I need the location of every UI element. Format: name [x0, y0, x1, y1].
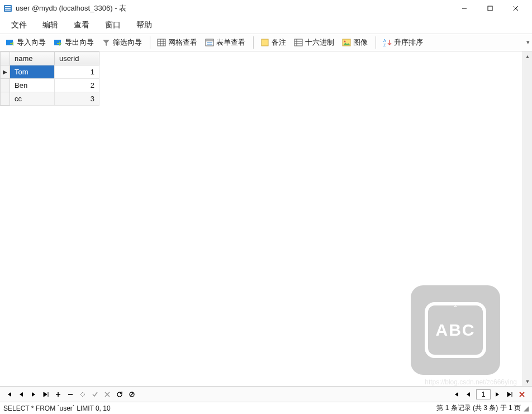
column-header-userid[interactable]: userid [55, 52, 99, 65]
filter-wizard-label: 筛选向导 [113, 37, 142, 48]
delete-record-button[interactable] [65, 389, 76, 400]
menu-window[interactable]: 窗口 [97, 18, 129, 32]
table-row[interactable]: cc 3 [1, 92, 99, 106]
toolbar: 导入向导 导出向导 筛选向导 网格查看 表单查看 备注 十六进制 图像 AZ 升… [0, 34, 532, 51]
record-navbar [0, 386, 532, 402]
export-wizard-button[interactable]: 导出向导 [50, 36, 97, 49]
column-header-name[interactable]: name [10, 52, 55, 65]
row-indicator: ▶ [1, 65, 10, 79]
row-indicator [1, 92, 10, 106]
vertical-scrollbar[interactable]: ▲ ▼ [522, 51, 532, 386]
cell-name[interactable]: Ben [10, 79, 55, 92]
filter-wizard-button[interactable]: 筛选向导 [98, 36, 145, 49]
svg-rect-5 [488, 6, 492, 11]
toolbar-overflow-button[interactable]: ▾ [526, 39, 530, 46]
statusbar: SELECT * FROM `user` LIMIT 0, 10 第 1 条记录… [0, 402, 532, 414]
scroll-track[interactable] [523, 61, 532, 377]
table-row[interactable]: ▶ Tom 1 [1, 65, 99, 79]
svg-rect-19 [262, 39, 268, 46]
form-view-icon [205, 38, 214, 47]
table-row[interactable]: Ben 2 [1, 79, 99, 92]
memo-button[interactable]: 备注 [257, 36, 289, 49]
watermark-text: https://blog.csdn.net/zc666ying [425, 378, 517, 386]
menubar: 文件 编辑 查看 窗口 帮助 [0, 17, 532, 34]
svg-rect-10 [158, 39, 165, 46]
import-wizard-button[interactable]: 导入向导 [2, 36, 49, 49]
status-query: SELECT * FROM `user` LIMIT 0, 10 [3, 404, 436, 412]
hex-label: 十六进制 [305, 37, 334, 48]
main-area: name userid ▶ Tom 1 Ben 2 cc 3 [0, 51, 532, 386]
image-button[interactable]: 图像 [339, 36, 371, 49]
svg-text:Z: Z [383, 43, 386, 47]
form-view-button[interactable]: 表单查看 [202, 36, 249, 49]
svg-rect-3 [5, 10, 11, 11]
menu-edit[interactable]: 编辑 [35, 18, 66, 32]
apply-changes-button[interactable] [89, 389, 101, 400]
import-wizard-icon [6, 38, 15, 47]
close-button[interactable] [503, 0, 529, 17]
cancel-changes-button[interactable] [102, 389, 113, 400]
menu-file[interactable]: 文件 [3, 18, 35, 32]
import-wizard-label: 导入向导 [17, 37, 46, 48]
export-wizard-icon [54, 38, 63, 47]
last-record-button[interactable] [40, 389, 51, 400]
sort-asc-button[interactable]: AZ 升序排序 [379, 36, 426, 49]
app-icon [3, 4, 12, 13]
toolbar-separator [376, 36, 376, 49]
hex-button[interactable]: 十六进制 [291, 36, 338, 49]
svg-rect-1 [5, 6, 11, 7]
toolbar-separator [253, 36, 254, 49]
maximize-button[interactable] [477, 0, 503, 17]
hex-icon [294, 38, 303, 47]
status-record-info: 第 1 条记录 (共 3 条) 于 1 页 [436, 403, 521, 413]
resize-grip[interactable]: ◢ [521, 404, 529, 412]
grid-view-button[interactable]: 网格查看 [154, 36, 201, 49]
sort-asc-label: 升序排序 [394, 37, 423, 48]
image-icon [342, 38, 351, 47]
stop-button[interactable] [126, 389, 137, 400]
svg-line-29 [130, 393, 134, 396]
record-nav-group [3, 389, 139, 400]
svg-point-25 [344, 41, 346, 43]
toolbar-separator [150, 36, 150, 49]
edit-record-button[interactable] [77, 389, 88, 400]
sort-asc-icon: AZ [383, 38, 392, 47]
refresh-button[interactable] [114, 389, 125, 400]
form-view-label: 表单查看 [216, 37, 245, 48]
prev-record-button[interactable] [16, 389, 27, 400]
cell-userid[interactable]: 3 [55, 92, 99, 106]
close-tab-button[interactable] [516, 389, 528, 400]
next-record-button[interactable] [28, 389, 39, 400]
svg-text:A: A [383, 39, 386, 43]
grid-view-label: 网格查看 [168, 37, 197, 48]
minimize-button[interactable] [452, 0, 477, 17]
svg-rect-8 [6, 40, 13, 45]
ime-caret-icon: ˆ [454, 304, 457, 316]
first-page-button[interactable] [450, 389, 462, 400]
grid-view-icon [157, 38, 166, 47]
scroll-down-button[interactable]: ▼ [523, 377, 532, 386]
prev-page-button[interactable] [463, 389, 474, 400]
first-record-button[interactable] [3, 389, 15, 400]
svg-rect-17 [207, 42, 212, 43]
cell-userid[interactable]: 2 [55, 79, 99, 92]
next-page-button[interactable] [492, 389, 503, 400]
cell-name[interactable]: cc [10, 92, 55, 106]
scroll-up-button[interactable]: ▲ [523, 51, 532, 61]
cell-userid[interactable]: 1 [55, 65, 99, 79]
page-input[interactable] [476, 389, 491, 399]
ime-indicator: ˆ ABC [411, 285, 500, 375]
insert-record-button[interactable] [53, 389, 64, 400]
last-page-button[interactable] [504, 389, 515, 400]
cell-name[interactable]: Tom [10, 65, 55, 79]
data-grid[interactable]: name userid ▶ Tom 1 Ben 2 cc 3 [0, 51, 522, 386]
titlebar: user @mydb (localhost_3306) - 表 [0, 0, 532, 17]
filter-icon [102, 38, 111, 47]
export-wizard-label: 导出向导 [65, 37, 94, 48]
svg-rect-18 [207, 44, 212, 45]
row-indicator [1, 79, 10, 92]
image-label: 图像 [353, 37, 368, 48]
row-indicator-header[interactable] [1, 52, 10, 65]
menu-view[interactable]: 查看 [66, 18, 97, 32]
menu-help[interactable]: 帮助 [129, 18, 160, 32]
